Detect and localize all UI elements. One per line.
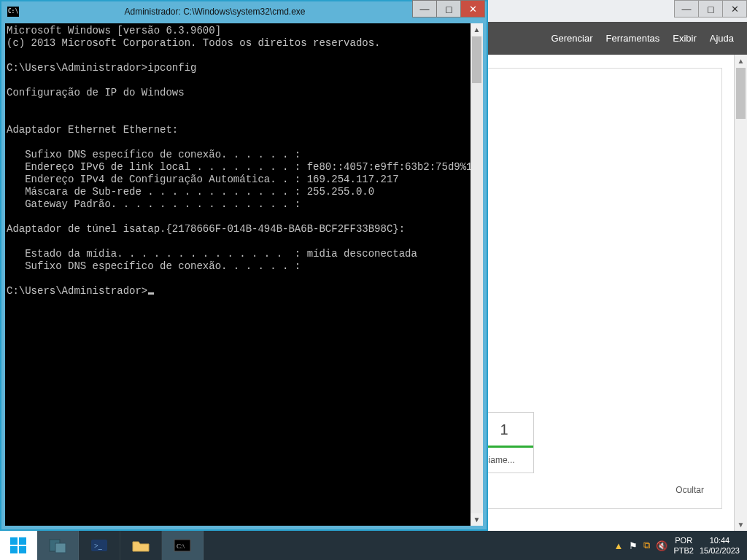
language-indicator[interactable]: POR PTB2 [673, 535, 694, 556]
scroll-thumb[interactable] [472, 36, 481, 83]
network-icon[interactable]: ⧉ [643, 540, 650, 551]
sm-scrollbar[interactable]: ▲ ▼ [734, 55, 747, 531]
scroll-down-icon[interactable]: ▼ [735, 518, 747, 531]
svg-rect-1 [19, 537, 26, 545]
system-tray[interactable]: ▲ ⚑ ⧉ 🔇 POR PTB2 10:44 15/02/2023 [607, 531, 747, 560]
time-text: 10:44 [700, 535, 740, 545]
windows-logo-icon [9, 537, 27, 554]
taskbar[interactable]: >_ C:\ ▲ ⚑ ⧉ 🔇 POR PTB2 10:44 15/02/202 [0, 531, 747, 560]
svg-rect-5 [55, 543, 66, 553]
svg-rect-3 [19, 546, 26, 553]
sm-close-button[interactable]: ✕ [722, 0, 747, 18]
svg-text:C:\: C:\ [177, 542, 185, 550]
cmd-window[interactable]: C:\ Administrador: C:\Windows\system32\c… [0, 0, 488, 531]
taskbar-cmd[interactable]: C:\ [162, 531, 204, 560]
scroll-down-icon[interactable]: ▼ [471, 513, 483, 526]
cmd-maximize-button[interactable]: ◻ [436, 0, 461, 18]
scroll-thumb[interactable] [736, 68, 746, 119]
taskbar-server-manager[interactable] [37, 531, 79, 560]
hide-link[interactable]: Ocultar [676, 485, 704, 495]
lang-code: POR [673, 535, 694, 545]
menu-ferramentas[interactable]: Ferramentas [606, 33, 660, 44]
cmd-output[interactable]: Microsoft Windows [versão 6.3.9600] (c) … [5, 23, 483, 299]
date-text: 15/02/2023 [700, 545, 740, 556]
cmd-taskbar-icon: C:\ [172, 537, 193, 553]
cmd-client-area[interactable]: Microsoft Windows [versão 6.3.9600] (c) … [5, 23, 483, 526]
kbd-layout: PTB2 [673, 545, 694, 556]
sm-maximize-button[interactable]: ◻ [698, 0, 723, 18]
taskbar-explorer[interactable] [120, 531, 162, 560]
cmd-icon: C:\ [7, 7, 19, 17]
scroll-up-icon[interactable]: ▲ [735, 55, 747, 67]
menu-exibir[interactable]: Exibir [673, 33, 697, 44]
volume-muted-icon[interactable]: 🔇 [656, 540, 667, 551]
svg-text:>_: >_ [94, 542, 103, 550]
powershell-icon: >_ [89, 537, 109, 553]
folder-icon [131, 537, 151, 553]
svg-rect-2 [10, 546, 18, 553]
taskbar-powershell[interactable]: >_ [79, 531, 120, 560]
menu-ajuda[interactable]: Ajuda [710, 33, 734, 44]
svg-rect-0 [10, 537, 18, 545]
cmd-close-button[interactable]: ✕ [460, 0, 485, 18]
server-manager-icon [47, 537, 68, 553]
cmd-minimize-button[interactable]: — [412, 0, 437, 18]
start-button[interactable] [0, 531, 37, 560]
cmd-scrollbar[interactable]: ▲ ▼ [471, 23, 483, 526]
action-center-flag-icon[interactable]: ⚑ [629, 540, 638, 551]
menu-gerenciar[interactable]: Gerenciar [551, 33, 592, 44]
scroll-up-icon[interactable]: ▲ [471, 23, 483, 36]
clock[interactable]: 10:44 15/02/2023 [700, 535, 740, 556]
tray-overflow-icon[interactable]: ▲ [614, 540, 624, 551]
sm-minimize-button[interactable]: — [674, 0, 699, 18]
cmd-titlebar[interactable]: C:\ Administrador: C:\Windows\system32\c… [1, 1, 487, 22]
